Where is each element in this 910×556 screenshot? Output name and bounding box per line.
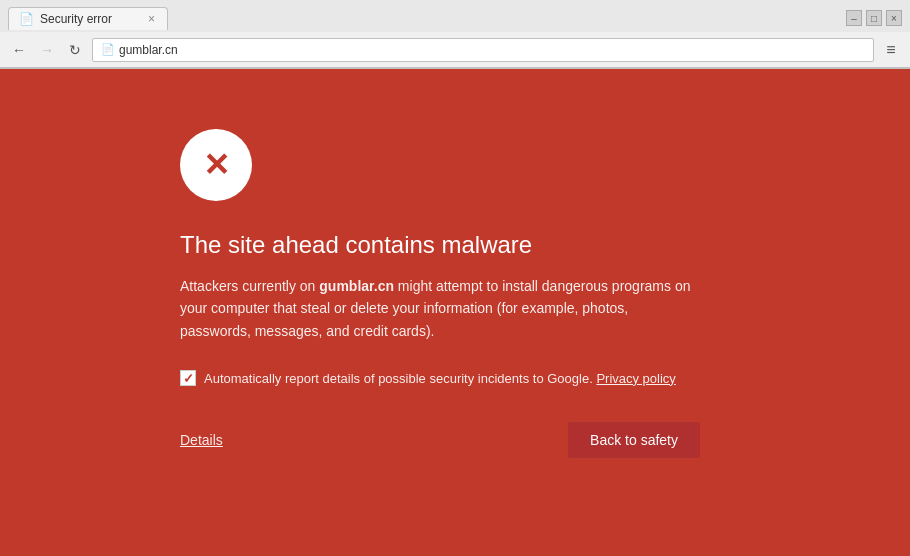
address-bar[interactable]: 📄 gumblar.cn <box>92 38 874 62</box>
address-page-icon: 📄 <box>101 43 115 56</box>
reload-button[interactable]: ↻ <box>64 39 86 61</box>
address-text: gumblar.cn <box>119 43 178 57</box>
window-controls: – □ × <box>846 10 902 26</box>
error-page: ✕ The site ahead contains malware Attack… <box>0 69 910 556</box>
minimize-button[interactable]: – <box>846 10 862 26</box>
forward-nav-button[interactable]: → <box>36 39 58 61</box>
nav-bar: ← → ↻ 📄 gumblar.cn ≡ <box>0 32 910 68</box>
error-description: Attackers currently on gumblar.cn might … <box>180 275 700 342</box>
back-nav-button[interactable]: ← <box>8 39 30 61</box>
title-bar: 📄 Security error × – □ × <box>0 0 910 32</box>
report-checkbox-row: ✓ Automatically report details of possib… <box>180 370 700 386</box>
tab-page-icon: 📄 <box>19 12 34 26</box>
close-window-button[interactable]: × <box>886 10 902 26</box>
restore-button[interactable]: □ <box>866 10 882 26</box>
privacy-policy-link[interactable]: Privacy policy <box>596 371 675 386</box>
report-checkbox[interactable]: ✓ <box>180 370 196 386</box>
browser-tab[interactable]: 📄 Security error × <box>8 7 168 30</box>
browser-chrome: 📄 Security error × – □ × ← → ↻ 📄 gumblar… <box>0 0 910 69</box>
x-mark-icon: ✕ <box>203 146 230 184</box>
error-container: ✕ The site ahead contains malware Attack… <box>180 129 700 458</box>
checkbox-label-text: Automatically report details of possible… <box>204 371 596 386</box>
checkbox-label: Automatically report details of possible… <box>204 371 676 386</box>
malicious-site-name: gumblar.cn <box>319 278 394 294</box>
action-row: Details Back to safety <box>180 422 700 458</box>
checkmark-icon: ✓ <box>183 371 194 386</box>
tab-label: Security error <box>40 12 112 26</box>
warning-icon: ✕ <box>180 129 252 201</box>
details-link[interactable]: Details <box>180 432 223 448</box>
tab-close-button[interactable]: × <box>146 12 157 26</box>
error-title: The site ahead contains malware <box>180 231 700 259</box>
back-to-safety-button[interactable]: Back to safety <box>568 422 700 458</box>
description-prefix: Attackers currently on <box>180 278 319 294</box>
browser-menu-button[interactable]: ≡ <box>880 39 902 61</box>
